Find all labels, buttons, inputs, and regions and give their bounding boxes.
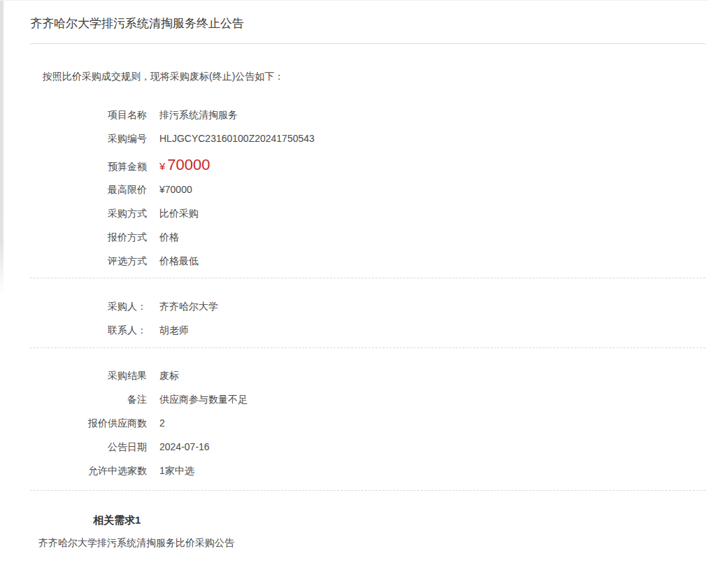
section-divider — [30, 278, 706, 278]
field-row-result: 采购结果 废标 — [30, 368, 706, 382]
field-value: 废标 — [159, 368, 179, 382]
field-value: 1家中选 — [159, 464, 194, 478]
field-label: 备注 — [30, 392, 147, 406]
section-divider — [30, 347, 706, 348]
field-row-purchaser: 采购人： 齐齐哈尔大学 — [30, 299, 706, 313]
field-row-contact-person: 联系人： 胡老师 — [30, 323, 706, 337]
field-label: 评选方式 — [30, 254, 147, 268]
field-row-procurement-method: 采购方式 比价采购 — [30, 206, 706, 220]
related-announcement-link[interactable]: 齐齐哈尔大学排污系统清掏服务比价采购公告 — [38, 536, 234, 550]
field-row-budget: 预算金额 ¥70000 — [30, 155, 706, 176]
field-value: 2024-07-16 — [159, 440, 210, 454]
field-label: 采购编号 — [30, 131, 147, 145]
intro-text: 按照比价采购成交规则，现将采购废标(终止)公告如下： — [43, 69, 706, 83]
field-value: 胡老师 — [159, 323, 189, 337]
field-label: 公告日期 — [30, 440, 147, 454]
field-row-selection-method: 评选方式 价格最低 — [30, 254, 706, 268]
budget-amount: ¥70000 — [159, 155, 210, 176]
field-label: 报价方式 — [30, 230, 147, 244]
field-row-announce-date: 公告日期 2024-07-16 — [30, 440, 706, 454]
announcement-page: 齐齐哈尔大学排污系统清掏服务终止公告 按照比价采购成交规则，现将采购废标(终止)… — [0, 1, 709, 568]
field-row-project-name: 项目名称 排污系统清掏服务 — [30, 108, 706, 122]
budget-number: 70000 — [167, 156, 210, 173]
field-value: 比价采购 — [159, 206, 199, 220]
field-label: 采购人： — [30, 299, 147, 313]
field-value: 供应商参与数量不足 — [159, 392, 248, 406]
field-label: 采购结果 — [30, 368, 147, 382]
yen-sign: ¥ — [159, 160, 165, 172]
field-value: 价格最低 — [159, 254, 199, 268]
field-row-quote-method: 报价方式 价格 — [30, 230, 706, 244]
field-value: 排污系统清掏服务 — [159, 108, 238, 122]
contact-section: 采购人： 齐齐哈尔大学 联系人： 胡老师 — [30, 299, 706, 337]
section-divider — [30, 490, 706, 491]
field-label: 允许中选家数 — [30, 464, 147, 478]
field-label: 报价供应商数 — [30, 416, 147, 430]
page-title: 齐齐哈尔大学排污系统清掏服务终止公告 — [30, 1, 706, 31]
field-value: 齐齐哈尔大学 — [159, 299, 218, 313]
field-value: 2 — [159, 416, 165, 430]
left-edge-strip — [0, 1, 3, 294]
field-row-remark: 备注 供应商参与数量不足 — [30, 392, 706, 406]
related-heading: 相关需求1 — [93, 513, 706, 527]
field-value: HLJGCYC23160100Z20241750543 — [159, 131, 315, 145]
field-label: 采购方式 — [30, 206, 147, 220]
field-row-allowed-winners: 允许中选家数 1家中选 — [30, 464, 706, 478]
project-info-section: 项目名称 排污系统清掏服务 采购编号 HLJGCYC23160100Z20241… — [30, 108, 706, 268]
field-label: 预算金额 — [30, 159, 147, 173]
field-row-max-price: 最高限价 ¥70000 — [30, 182, 706, 196]
field-row-supplier-count: 报价供应商数 2 — [30, 416, 706, 430]
field-label: 联系人： — [30, 323, 147, 337]
field-row-procurement-number: 采购编号 HLJGCYC23160100Z20241750543 — [30, 131, 706, 145]
field-label: 最高限价 — [30, 182, 147, 196]
title-divider — [30, 43, 706, 44]
field-label: 项目名称 — [30, 108, 147, 122]
result-section: 采购结果 废标 备注 供应商参与数量不足 报价供应商数 2 公告日期 2024-… — [30, 368, 706, 478]
field-value: ¥70000 — [159, 182, 192, 196]
field-value: 价格 — [159, 230, 179, 244]
